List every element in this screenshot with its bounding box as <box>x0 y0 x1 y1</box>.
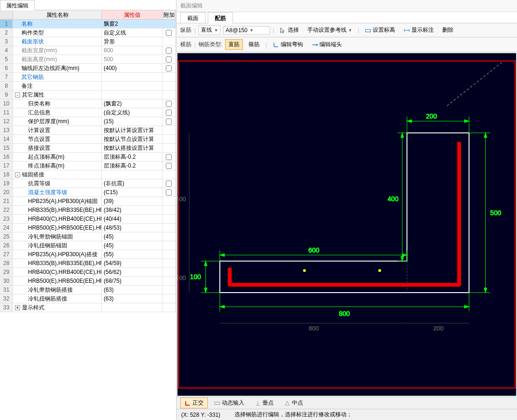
extra-checkbox[interactable] <box>166 189 172 196</box>
property-name-cell[interactable]: HRB400(C),HRB400E(CE),HRBF <box>13 215 102 223</box>
property-value-cell[interactable]: (63) <box>102 286 163 294</box>
property-row[interactable]: 28HRB335(B),HRB335E(BE),HRBF(54/59) <box>0 259 176 268</box>
property-value-cell[interactable]: 异形 <box>102 37 163 46</box>
extra-checkbox[interactable] <box>166 181 172 187</box>
property-row[interactable]: 27HPB235(A),HPB300(A)搭接(55) <box>0 250 176 259</box>
property-name-cell[interactable]: 冷轧带肋钢筋搭接 <box>13 286 102 294</box>
btn-set-elevation[interactable]: 设置标高 <box>362 25 398 35</box>
property-name-cell[interactable]: 搭接设置 <box>13 144 102 152</box>
property-row[interactable]: 18-锚固搭接 <box>0 170 176 179</box>
property-row[interactable]: 11汇总信息(自定义线) <box>0 108 176 117</box>
property-value-cell[interactable]: (40/44) <box>102 215 163 223</box>
property-row[interactable]: 17终点顶标高(m)层顶标高-0.2 <box>0 161 176 170</box>
property-row[interactable]: 2构件类型自定义线 <box>0 28 176 37</box>
property-name-cell[interactable]: 构件类型 <box>13 28 102 37</box>
property-value-cell[interactable] <box>102 303 163 312</box>
property-row[interactable]: 12保护层厚度(mm)(15) <box>0 117 176 126</box>
extra-checkbox[interactable] <box>166 163 172 169</box>
group-toggle-icon[interactable]: - <box>15 172 20 177</box>
property-value-cell[interactable]: (48/53) <box>102 224 163 232</box>
btn-edit-hook[interactable]: 编辑弯钩 <box>270 40 306 49</box>
property-row[interactable]: 30HRB500(E),HRB500E(EE),HRBF(68/75) <box>0 277 176 286</box>
btn-delete[interactable]: 删除 <box>439 25 456 35</box>
tab-section[interactable]: 截面 <box>180 12 205 24</box>
btn-edit-end[interactable]: 编辑端头 <box>309 40 345 49</box>
property-name-cell[interactable]: 其它钢筋 <box>13 73 102 81</box>
btn-ortho[interactable]: 正交 <box>180 398 208 408</box>
property-row[interactable]: 10归类名称(飘窗2) <box>0 99 176 108</box>
property-name-cell[interactable]: 起点顶标高(m) <box>13 153 102 161</box>
property-row[interactable]: 24HRB500(E),HRB500E(EE),HRBF(48/53) <box>0 224 176 232</box>
extra-checkbox[interactable] <box>166 30 172 36</box>
property-value-cell[interactable]: (54/59) <box>102 259 163 267</box>
btn-manual-refline[interactable]: 手动设置参考线 ▼ <box>305 25 355 35</box>
property-value-cell[interactable]: 500 <box>102 55 163 63</box>
group-toggle-icon[interactable]: - <box>15 92 20 98</box>
property-value-cell[interactable]: (飘窗2) <box>102 99 163 108</box>
property-name-cell[interactable]: 备注 <box>13 82 102 90</box>
property-row[interactable]: 13计算设置按默认计算设置计算 <box>0 126 176 135</box>
property-row[interactable]: 20混凝土强度等级(C15) <box>0 188 176 197</box>
property-value-cell[interactable]: (39) <box>102 197 163 205</box>
btn-perpendicular[interactable]: 垂点 <box>250 398 278 408</box>
tab-property-edit[interactable]: 属性编辑 <box>0 0 35 11</box>
property-value-cell[interactable]: 按默认搭接设置计算 <box>102 144 163 152</box>
property-name-cell[interactable]: 混凝土强度等级 <box>13 188 102 196</box>
property-name-cell[interactable]: HPB235(A),HPB300(A)锚固 <box>13 197 102 205</box>
property-row[interactable]: 14节点设置按默认节点设置计算 <box>0 135 176 144</box>
property-row[interactable]: 23HRB400(C),HRB400E(CE),HRBF(40/44) <box>0 215 176 224</box>
property-row[interactable]: 16起点顶标高(m)层顶标高-0.2 <box>0 153 176 161</box>
property-row[interactable]: 26冷轧扭钢筋锚固(45) <box>0 241 176 250</box>
property-row[interactable]: 29HRB400(C),HRB400E(CE),HRBF(56/62) <box>0 268 176 277</box>
property-row[interactable]: 33+显示样式 <box>0 303 176 312</box>
property-value-cell[interactable]: (55) <box>102 250 163 259</box>
property-value-cell[interactable]: (45) <box>102 241 163 250</box>
property-value-cell[interactable]: (自定义线) <box>102 108 163 117</box>
property-value-cell[interactable] <box>102 73 163 81</box>
property-name-cell[interactable]: 节点设置 <box>13 135 102 143</box>
extra-checkbox[interactable] <box>166 119 172 125</box>
tab-rebar[interactable]: 配筋 <box>208 12 233 24</box>
property-row[interactable]: 21HPB235(A),HPB300(A)锚固(39) <box>0 197 176 206</box>
property-name-cell[interactable]: HRB500(E),HRB500E(EE),HRBF <box>13 224 102 232</box>
property-name-cell[interactable]: HPB235(A),HPB300(A)搭接 <box>13 250 102 259</box>
property-name-cell[interactable]: HRB335(B),HRB335E(BE),HRBF <box>13 259 102 267</box>
property-row[interactable]: 8备注 <box>0 82 176 91</box>
property-name-cell[interactable]: 轴线距左边线距离(mm) <box>13 64 102 72</box>
property-name-cell[interactable]: HRB400(C),HRB400E(CE),HRBF <box>13 268 102 276</box>
group-toggle-icon[interactable]: + <box>15 305 20 310</box>
property-value-cell[interactable]: (15) <box>102 117 163 126</box>
property-value-cell[interactable]: (非抗震) <box>102 179 163 188</box>
property-name-cell[interactable]: 截面高度(mm) <box>13 55 102 63</box>
property-name-cell[interactable]: -其它属性 <box>13 91 102 99</box>
extra-checkbox[interactable] <box>166 65 172 71</box>
property-name-cell[interactable]: 计算设置 <box>13 126 102 134</box>
property-value-cell[interactable]: 自定义线 <box>102 28 163 37</box>
property-value-cell[interactable] <box>102 170 163 179</box>
property-name-cell[interactable]: 冷轧扭钢筋锚固 <box>13 241 102 250</box>
property-value-cell[interactable]: (400) <box>102 64 163 72</box>
property-value-cell[interactable]: (C15) <box>102 188 163 196</box>
property-row[interactable]: 25冷轧带肋钢筋锚固(45) <box>0 232 176 241</box>
property-row[interactable]: 6轴线距左边线距离(mm)(400) <box>0 64 176 73</box>
property-name-cell[interactable]: 截面形状 <box>13 37 102 46</box>
btn-select[interactable]: 选择 <box>277 25 302 35</box>
extra-checkbox[interactable] <box>166 101 172 107</box>
btn-midpoint[interactable]: 中点 <box>280 398 307 408</box>
property-value-cell[interactable]: (45) <box>102 232 163 241</box>
property-row[interactable]: 32冷轧扭钢筋搭接(63) <box>0 294 176 303</box>
btn-stirrup[interactable]: 箍筋 <box>246 40 262 49</box>
property-name-cell[interactable]: 抗震等级 <box>13 179 102 188</box>
property-value-cell[interactable]: 按默认节点设置计算 <box>102 135 163 143</box>
property-name-cell[interactable]: HRB500(E),HRB500E(EE),HRBF <box>13 277 102 285</box>
property-row[interactable]: 1名称飘窗2 <box>0 20 176 28</box>
property-row[interactable]: 22HRB335(B),HRB335E(BE),HRBF(38/42) <box>0 206 176 215</box>
property-value-cell[interactable]: (38/42) <box>102 206 163 214</box>
property-value-cell[interactable]: 按默认计算设置计算 <box>102 126 163 134</box>
property-row[interactable]: 19抗震等级(非抗震) <box>0 179 176 188</box>
extra-checkbox[interactable] <box>166 48 172 54</box>
dropdown-rebar-spec[interactable]: A8@150 ▼ <box>223 26 270 35</box>
extra-checkbox[interactable] <box>166 56 172 63</box>
property-row[interactable]: 31冷轧带肋钢筋搭接(63) <box>0 286 176 294</box>
property-name-cell[interactable]: 冷轧带肋钢筋锚固 <box>13 232 102 241</box>
